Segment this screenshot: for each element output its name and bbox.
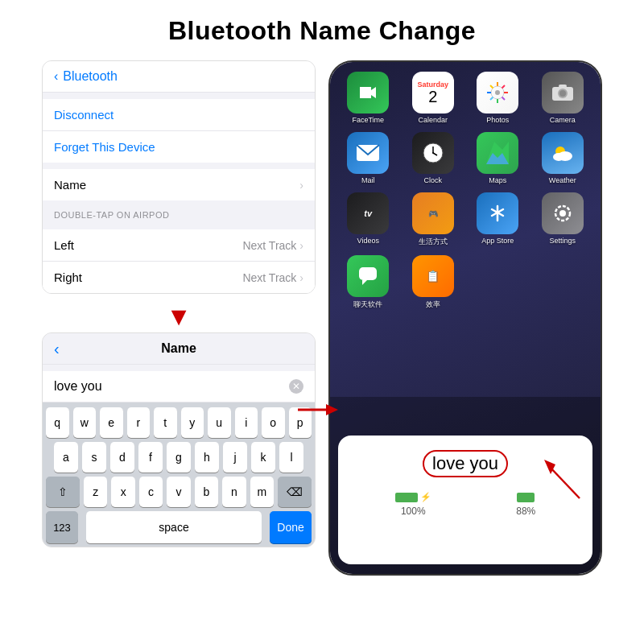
svg-point-17 xyxy=(559,90,566,97)
app-img-settings-app xyxy=(542,192,584,234)
app-icon-maps[interactable]: Maps xyxy=(468,132,528,184)
key-w[interactable]: w xyxy=(73,407,97,438)
left-row[interactable]: Left Next Track › xyxy=(43,229,315,262)
app-label-lifestyle: 生活方式 xyxy=(419,237,448,247)
popup-red-arrow-icon xyxy=(515,442,588,506)
svg-point-33 xyxy=(559,210,566,217)
left-panel: ‹ Bluetooth Disconnect Forget This Devic… xyxy=(42,60,316,547)
key-r[interactable]: r xyxy=(127,407,151,438)
app-icon-chat[interactable]: 聊天软件 xyxy=(338,255,398,310)
forget-row[interactable]: Forget This Device xyxy=(43,131,315,163)
name-chevron-icon: › xyxy=(299,179,303,192)
key-c[interactable]: c xyxy=(139,477,163,507)
app-img-facetime xyxy=(347,72,389,114)
settings-header: ‹ Bluetooth xyxy=(43,61,315,93)
name-input-row[interactable]: love you ✕ xyxy=(43,371,315,402)
svg-marker-1 xyxy=(326,404,338,415)
key-i[interactable]: i xyxy=(235,407,258,438)
key-j[interactable]: j xyxy=(223,442,247,473)
bluetooth-back-label[interactable]: Bluetooth xyxy=(63,69,118,84)
right-arrow-icon xyxy=(298,400,338,419)
app-icon-calendar[interactable]: Saturday2 Calendar xyxy=(403,72,464,124)
svg-point-23 xyxy=(432,152,434,154)
forget-label: Forget This Device xyxy=(54,140,155,154)
app-icon-settings-app[interactable]: Settings xyxy=(533,192,593,247)
app-icon-weather[interactable]: Weather xyxy=(533,132,593,184)
key-n[interactable]: n xyxy=(222,477,246,507)
keyboard: qwertyuiop asdfghjkl ⇧ zxcvbnm ⌫ 123 spa… xyxy=(43,402,315,547)
airpod-section: Left Next Track › Right Next Track › xyxy=(43,229,315,293)
down-arrow-container: ▼ xyxy=(42,300,316,332)
left-chevron-icon: › xyxy=(299,239,303,252)
name-row[interactable]: Name › xyxy=(43,169,315,200)
key-b[interactable]: b xyxy=(195,477,218,507)
app-img-efficiency: 📋 xyxy=(412,255,454,297)
battery-left: ⚡ 100% xyxy=(395,492,431,517)
app-icon-clock[interactable]: Clock xyxy=(403,132,464,184)
app-img-maps xyxy=(477,132,518,174)
app-label-appstore: App Store xyxy=(481,237,514,245)
key-u[interactable]: u xyxy=(208,407,231,438)
app-img-appstore xyxy=(477,192,518,234)
clear-input-button[interactable]: ✕ xyxy=(289,379,303,394)
shift-key[interactable]: ⇧ xyxy=(46,477,80,507)
key-k[interactable]: k xyxy=(251,442,275,473)
key-y[interactable]: y xyxy=(181,407,204,438)
app-img-camera xyxy=(542,72,584,114)
key-l[interactable]: l xyxy=(279,442,303,473)
name-screen-title: Name xyxy=(161,341,196,356)
horizontal-arrow xyxy=(298,400,338,423)
key-g[interactable]: g xyxy=(167,442,191,473)
key-t[interactable]: t xyxy=(154,407,177,438)
popup-name-oval: love you xyxy=(423,450,508,477)
key-a[interactable]: a xyxy=(54,442,78,473)
key-x[interactable]: x xyxy=(111,477,134,507)
app-icon-camera[interactable]: Camera xyxy=(533,72,593,124)
settings-actions-section: Disconnect Forget This Device xyxy=(43,99,315,163)
svg-point-29 xyxy=(553,153,564,161)
delete-key[interactable]: ⌫ xyxy=(278,477,312,507)
app-icon-lifestyle[interactable]: 🎮 生活方式 xyxy=(403,192,464,247)
app-label-appletv: Videos xyxy=(357,237,379,245)
app-grid: FaceTime Saturday2 Calendar Photos Camer… xyxy=(338,72,592,310)
app-label-efficiency: 效率 xyxy=(426,299,440,310)
name-input-value: love you xyxy=(54,379,102,394)
key-e[interactable]: e xyxy=(100,407,123,438)
app-icon-facetime[interactable]: FaceTime xyxy=(338,72,398,124)
key-o[interactable]: o xyxy=(262,407,285,438)
app-icon-mail[interactable]: Mail xyxy=(338,132,398,184)
app-icon-efficiency[interactable]: 📋 效率 xyxy=(403,255,464,310)
done-key[interactable]: Done xyxy=(270,511,312,543)
popup-card: love you ⚡ 100% 88 xyxy=(338,436,592,564)
name-back-icon[interactable]: ‹ xyxy=(54,340,60,358)
svg-line-13 xyxy=(490,97,493,101)
key-d[interactable]: d xyxy=(110,442,134,473)
key-z[interactable]: z xyxy=(84,477,107,507)
app-icon-appstore[interactable]: App Store xyxy=(468,192,528,247)
app-img-calendar: Saturday2 xyxy=(412,72,454,114)
app-icon-photos[interactable]: Photos xyxy=(468,72,528,124)
phone-screen: FaceTime Saturday2 Calendar Photos Camer… xyxy=(328,60,602,576)
right-row[interactable]: Right Next Track › xyxy=(43,262,315,293)
space-key[interactable]: space xyxy=(86,511,262,543)
app-icon-appletv[interactable]: tv Videos xyxy=(338,192,398,247)
key-q[interactable]: q xyxy=(46,407,69,438)
svg-rect-18 xyxy=(559,85,567,88)
keyboard-row-1: qwertyuiop xyxy=(46,407,312,438)
app-label-photos: Photos xyxy=(486,116,509,124)
back-chevron-icon: ‹ xyxy=(54,69,58,84)
key-h[interactable]: h xyxy=(195,442,219,473)
svg-line-12 xyxy=(502,97,506,101)
key-f[interactable]: f xyxy=(138,442,163,473)
keyboard-bottom-row: 123 space Done xyxy=(46,511,312,543)
number-key[interactable]: 123 xyxy=(46,511,78,543)
key-s[interactable]: s xyxy=(82,442,106,473)
right-label: Right xyxy=(54,270,82,284)
key-m[interactable]: m xyxy=(250,477,274,507)
battery-left-fill xyxy=(395,493,418,502)
app-img-photos xyxy=(477,72,518,114)
name-edit-screen: ‹ Name love you ✕ qwertyuiop asdfghjkl ⇧… xyxy=(42,332,316,547)
disconnect-row[interactable]: Disconnect xyxy=(43,99,315,131)
settings-screen: ‹ Bluetooth Disconnect Forget This Devic… xyxy=(42,60,316,294)
key-v[interactable]: v xyxy=(167,477,190,507)
